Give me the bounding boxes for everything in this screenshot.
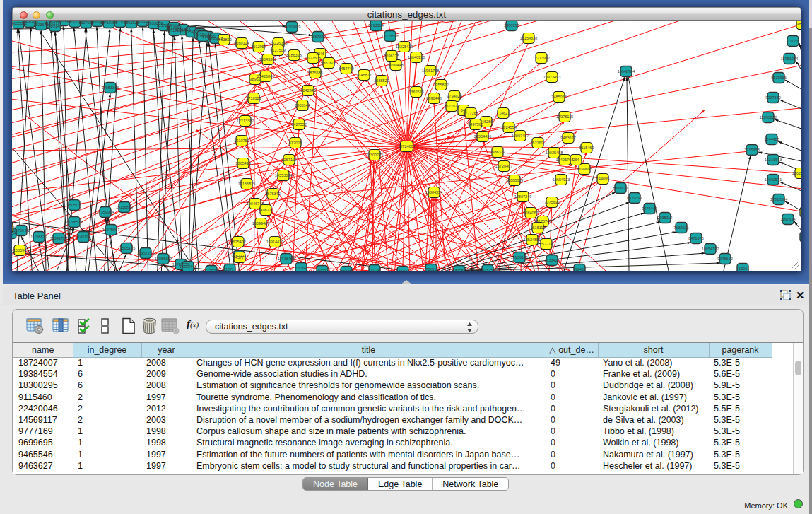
svg-text:7357227: 7357227 bbox=[310, 35, 325, 39]
svg-text:2487652: 2487652 bbox=[504, 23, 519, 28]
svg-text:15051 5: 15051 5 bbox=[67, 203, 81, 207]
svg-text:9245: 9245 bbox=[575, 267, 584, 271]
svg-text:8660124: 8660124 bbox=[234, 41, 249, 45]
svg-text:7663822: 7663822 bbox=[216, 37, 231, 42]
svg-text:19384554: 19384554 bbox=[425, 190, 442, 194]
svg-text:9242848: 9242848 bbox=[300, 88, 315, 93]
svg-text:20364436: 20364436 bbox=[474, 134, 491, 139]
svg-text:7632621: 7632621 bbox=[673, 226, 688, 230]
svg-text:8423: 8423 bbox=[318, 269, 326, 271]
svg-text:18807249: 18807249 bbox=[514, 194, 531, 199]
svg-text:10807487: 10807487 bbox=[512, 134, 529, 138]
svg-text:3267110: 3267110 bbox=[12, 226, 15, 230]
svg-text:13975867: 13975867 bbox=[102, 228, 119, 232]
svg-text:1693: 1693 bbox=[739, 267, 747, 271]
svg-text:14136141: 14136141 bbox=[511, 255, 528, 259]
svg-text:1145194: 1145194 bbox=[76, 235, 90, 239]
svg-text:9777169: 9777169 bbox=[463, 111, 478, 115]
svg-text:11123: 11123 bbox=[788, 39, 798, 43]
svg-text:7955812: 7955812 bbox=[433, 83, 448, 87]
svg-text:16648784: 16648784 bbox=[618, 69, 635, 74]
svg-text:6679197: 6679197 bbox=[627, 196, 642, 200]
svg-text:9084067: 9084067 bbox=[523, 211, 538, 215]
svg-text:19654: 19654 bbox=[800, 210, 801, 214]
svg-text:9463627: 9463627 bbox=[560, 136, 575, 140]
svg-text:2867608: 2867608 bbox=[321, 61, 336, 65]
svg-text:13958117: 13958117 bbox=[155, 257, 172, 261]
svg-text:9129966: 9129966 bbox=[771, 76, 786, 80]
svg-text:1362615: 1362615 bbox=[408, 90, 423, 94]
svg-text:12213967: 12213967 bbox=[533, 56, 550, 60]
svg-text:17810504: 17810504 bbox=[770, 197, 787, 201]
svg-text:20053346: 20053346 bbox=[102, 86, 119, 90]
svg-text:1621022: 1621022 bbox=[444, 104, 459, 108]
svg-text:12213382: 12213382 bbox=[237, 119, 254, 123]
svg-text:9245612: 9245612 bbox=[717, 257, 732, 261]
svg-text:6990448: 6990448 bbox=[388, 63, 403, 67]
svg-text:17359924: 17359924 bbox=[97, 210, 114, 214]
svg-text:6497568: 6497568 bbox=[468, 122, 483, 127]
svg-text:264: 264 bbox=[572, 158, 579, 162]
svg-text:16914479: 16914479 bbox=[266, 240, 283, 244]
svg-text:19166825: 19166825 bbox=[238, 182, 255, 186]
svg-text:10543362: 10543362 bbox=[259, 57, 276, 62]
svg-text:15264: 15264 bbox=[295, 266, 306, 270]
svg-text:10973493: 10973493 bbox=[543, 75, 560, 79]
svg-text:16640910: 16640910 bbox=[408, 55, 425, 59]
svg-text:10025453: 10025453 bbox=[792, 171, 801, 175]
svg-text:62160: 62160 bbox=[532, 141, 543, 145]
svg-text:16120746: 16120746 bbox=[534, 219, 551, 223]
svg-text:15692571: 15692571 bbox=[765, 177, 782, 182]
svg-text:12923448: 12923448 bbox=[180, 264, 196, 269]
svg-text:23226058: 23226058 bbox=[270, 41, 287, 45]
svg-text:3912954: 3912954 bbox=[251, 45, 266, 49]
svg-text:16033809: 16033809 bbox=[283, 25, 300, 29]
svg-text:8813014: 8813014 bbox=[368, 23, 383, 28]
svg-text:16154838: 16154838 bbox=[520, 36, 537, 40]
svg-text:16099489: 16099489 bbox=[252, 221, 269, 226]
svg-text:96245: 96245 bbox=[341, 269, 351, 271]
svg-text:98961: 98961 bbox=[249, 77, 260, 81]
svg-text:10046748: 10046748 bbox=[247, 201, 264, 206]
svg-text:12505135: 12505135 bbox=[118, 246, 135, 250]
svg-text:12342757: 12342757 bbox=[50, 236, 67, 240]
svg-text:91825: 91825 bbox=[482, 268, 493, 271]
svg-text:8454749: 8454749 bbox=[339, 66, 353, 71]
svg-text:5126: 5126 bbox=[399, 269, 407, 271]
svg-text:1292: 1292 bbox=[207, 269, 216, 271]
svg-text:1588520: 1588520 bbox=[374, 78, 389, 83]
svg-text:3215958: 3215958 bbox=[744, 148, 759, 152]
svg-text:10025458: 10025458 bbox=[546, 151, 563, 155]
svg-text:7986322: 7986322 bbox=[490, 150, 505, 154]
svg-text:9474444: 9474444 bbox=[642, 206, 657, 211]
svg-text:2718129: 2718129 bbox=[246, 96, 261, 100]
svg-text:16961758: 16961758 bbox=[422, 69, 439, 73]
svg-text:8678342: 8678342 bbox=[265, 192, 280, 196]
svg-text:252214: 252214 bbox=[540, 242, 553, 246]
svg-text:8471676: 8471676 bbox=[688, 236, 703, 240]
svg-text:8938921: 8938921 bbox=[613, 186, 628, 190]
svg-text:8427552: 8427552 bbox=[291, 122, 306, 127]
svg-text:7485063: 7485063 bbox=[551, 95, 566, 99]
svg-text:7075692: 7075692 bbox=[544, 200, 559, 204]
svg-text:13524851: 13524851 bbox=[524, 238, 541, 242]
svg-text:9146821: 9146821 bbox=[356, 73, 371, 77]
svg-text:19116829: 19116829 bbox=[116, 205, 133, 209]
svg-text:17975115: 17975115 bbox=[556, 115, 573, 119]
svg-text:13325419: 13325419 bbox=[396, 45, 413, 49]
svg-text:17957253: 17957253 bbox=[137, 251, 154, 255]
svg-text:7515520: 7515520 bbox=[195, 34, 210, 38]
svg-text:1010754: 1010754 bbox=[234, 139, 249, 143]
svg-text:2803144: 2803144 bbox=[295, 103, 310, 107]
svg-text:1167534: 1167534 bbox=[780, 217, 795, 221]
svg-text:18724007: 18724007 bbox=[398, 144, 415, 148]
svg-text:14353594: 14353594 bbox=[275, 173, 292, 177]
svg-text:9127509: 9127509 bbox=[270, 48, 285, 52]
svg-text:1462: 1462 bbox=[499, 111, 507, 115]
svg-text:11156829: 11156829 bbox=[30, 235, 47, 239]
svg-text:23300275: 23300275 bbox=[366, 153, 383, 157]
svg-text:19218506: 19218506 bbox=[382, 34, 399, 38]
svg-text:39154: 39154 bbox=[12, 231, 16, 235]
svg-text:3267110: 3267110 bbox=[281, 158, 296, 162]
svg-text:1571: 1571 bbox=[225, 267, 234, 271]
